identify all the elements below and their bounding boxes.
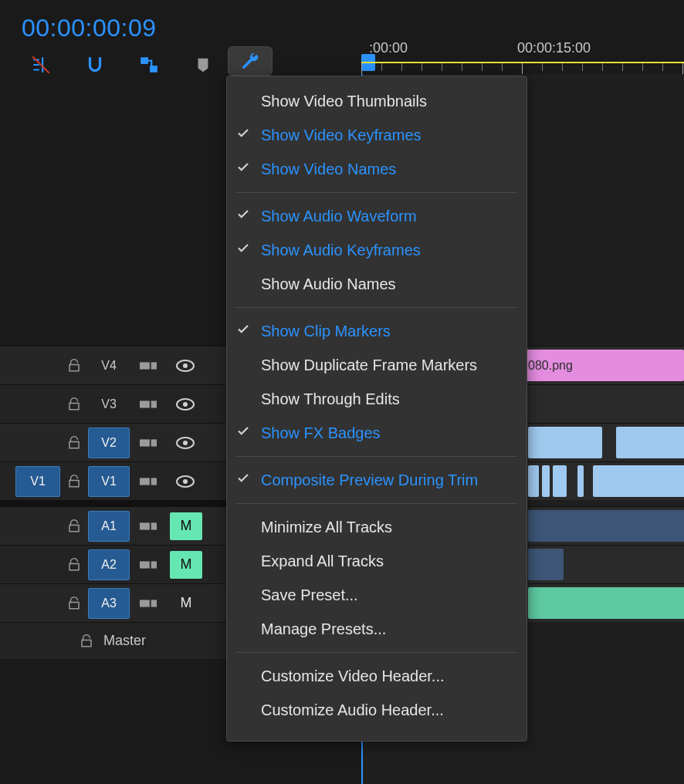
current-timecode[interactable]: 00:00:00:09 [22,14,157,42]
menu-item-label: Show Duplicate Frame Markers [261,357,477,374]
marker-icon[interactable] [191,53,215,76]
source-patch[interactable]: V1 [15,466,60,497]
svg-point-5 [183,363,188,368]
menu-item-label: Show FX Badges [261,424,381,442]
menu-item-customize-video-header[interactable]: Customize Video Header... [227,659,527,693]
toggle-track-output-icon[interactable] [167,475,204,488]
insert-overwrite-icon[interactable] [29,53,52,76]
menu-item-save-preset[interactable]: Save Preset... [227,578,527,612]
clip[interactable] [528,510,684,542]
target-patch[interactable]: A1 [88,511,130,542]
menu-item-show-video-keyframes[interactable]: Show Video Keyframes [227,118,527,152]
lock-icon[interactable] [60,397,88,411]
linked-selection-icon[interactable] [137,53,161,76]
clip[interactable] [616,427,684,458]
toggle-track-output-icon[interactable] [167,398,204,411]
svg-rect-0 [141,57,148,64]
mute-button[interactable]: M [170,551,202,579]
menu-item-label: Manage Presets... [261,620,386,638]
menu-item-manage-presets[interactable]: Manage Presets... [227,612,527,646]
svg-rect-20 [140,561,150,568]
menu-item-customize-audio-header[interactable]: Customize Audio Header... [227,693,527,727]
svg-rect-6 [140,400,150,407]
menu-item-show-audio-waveform[interactable]: Show Audio Waveform [227,199,527,233]
menu-item-show-video-names[interactable]: Show Video Names [227,152,527,186]
menu-item-expand-all-tracks[interactable]: Expand All Tracks [227,544,527,578]
menu-item-show-video-thumbnails[interactable]: Show Video Thumbnails [227,84,527,118]
check-icon [236,242,250,259]
menu-item-show-audio-keyframes[interactable]: Show Audio Keyframes [227,233,527,267]
source-patch[interactable] [15,588,60,619]
check-icon [236,208,250,225]
check-icon [236,471,250,489]
menu-item-label: Show Audio Keyframes [261,242,421,259]
lock-icon[interactable] [60,558,88,572]
menu-item-minimize-all-tracks[interactable]: Minimize All Tracks [227,510,527,544]
sync-lock-icon[interactable] [130,475,167,488]
check-icon [236,323,250,340]
svg-rect-19 [151,522,157,529]
svg-rect-18 [140,522,150,529]
clip[interactable] [577,465,584,497]
menu-item-show-clip-markers[interactable]: Show Clip Markers [227,314,527,348]
menu-item-show-fx-badges[interactable]: Show FX Badges [227,416,527,450]
sync-lock-icon[interactable] [130,597,167,610]
menu-item-label: Save Preset... [261,586,358,604]
menu-item-show-through-edits[interactable]: Show Through Edits [227,382,527,416]
target-patch[interactable]: V3 [88,389,130,420]
toggle-track-output-icon[interactable] [167,437,204,449]
menu-item-composite-preview-during-trim[interactable]: Composite Preview During Trim [227,463,527,497]
mute-button[interactable]: M [170,512,202,540]
target-patch[interactable]: V2 [88,427,130,458]
clip[interactable] [528,427,602,458]
menu-item-show-audio-names[interactable]: Show Audio Names [227,267,527,301]
sync-lock-icon[interactable] [130,520,167,532]
svg-rect-10 [140,439,150,446]
lock-icon[interactable] [60,436,88,450]
target-patch[interactable]: V4 [88,350,130,381]
menu-item-label: Customize Audio Header... [261,701,444,719]
clip[interactable] [528,587,684,619]
menu-item-label: Minimize All Tracks [261,519,392,536]
time-ruler[interactable]: :00:00 00:00:15:00 [361,40,684,74]
svg-rect-15 [151,478,157,485]
timeline-display-settings-button[interactable] [228,46,273,76]
target-patch[interactable]: A2 [88,549,130,580]
svg-rect-14 [140,478,150,485]
toggle-track-output-icon[interactable] [167,360,204,372]
menu-item-label: Show Through Edits [261,390,400,408]
lock-icon[interactable] [60,359,88,373]
mute-button[interactable]: M [170,590,202,617]
lock-icon[interactable] [60,596,88,610]
source-patch[interactable] [15,389,60,420]
target-patch[interactable]: V1 [88,466,130,497]
lock-icon[interactable] [60,519,88,533]
target-patch[interactable]: A3 [88,588,130,619]
sync-lock-icon[interactable] [130,360,167,372]
source-patch[interactable] [15,350,60,381]
menu-separator [236,503,517,504]
source-patch[interactable] [15,511,60,542]
source-patch[interactable] [15,549,60,580]
menu-item-label: Show Video Keyframes [261,127,422,144]
snap-icon[interactable] [83,53,107,76]
source-patch[interactable] [15,427,60,458]
clip[interactable] [553,465,567,497]
svg-point-13 [183,441,188,445]
menu-item-label: Customize Video Header... [261,667,445,685]
sync-lock-icon[interactable] [130,559,167,571]
menu-separator [236,192,517,193]
svg-rect-7 [151,400,157,407]
svg-rect-11 [151,439,157,446]
menu-separator [236,456,517,457]
menu-item-show-duplicate-frame-markers[interactable]: Show Duplicate Frame Markers [227,348,527,382]
sync-lock-icon[interactable] [130,437,167,449]
clip[interactable] [593,465,684,497]
clip[interactable] [528,549,564,580]
lock-icon[interactable] [60,475,88,488]
clip[interactable] [542,465,550,497]
clip[interactable] [528,465,539,497]
lock-icon[interactable] [73,634,100,648]
menu-item-label: Show Audio Waveform [261,208,417,225]
sync-lock-icon[interactable] [130,398,167,411]
